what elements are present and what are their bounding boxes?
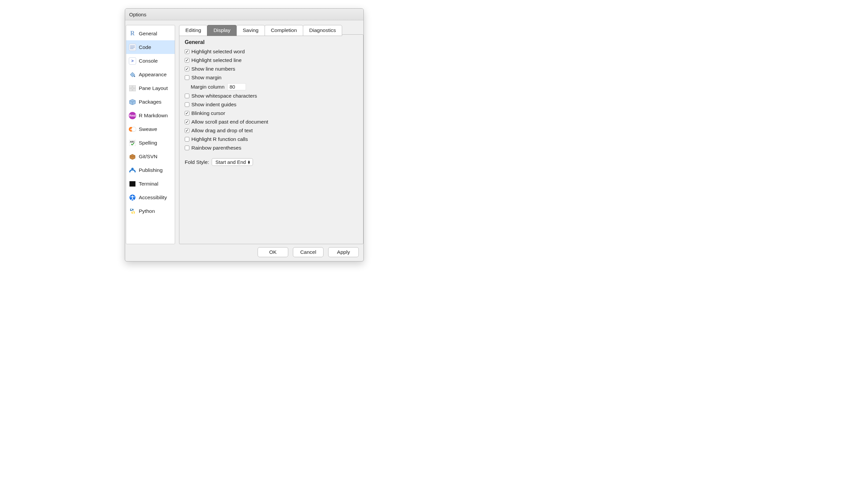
sidebar-item-terminal[interactable]: Terminal bbox=[126, 177, 175, 191]
sidebar-item-rmarkdown[interactable]: Rmd R Markdown bbox=[126, 109, 175, 122]
select-updown-icon: ▲▼ bbox=[247, 160, 251, 164]
checkbox-icon bbox=[185, 94, 189, 98]
paint-bucket-icon bbox=[129, 71, 136, 78]
sidebar-item-publishing[interactable]: Publishing bbox=[126, 163, 175, 177]
sidebar-item-label: Publishing bbox=[139, 167, 163, 173]
checkbox-row-highlight-selected-word[interactable]: Highlight selected word bbox=[185, 49, 358, 55]
checkbox-row-drag-drop-text[interactable]: Allow drag and drop of text bbox=[185, 127, 358, 134]
margin-column-row: Margin column 80 bbox=[191, 83, 358, 90]
svg-point-3 bbox=[134, 75, 135, 77]
tab-label: Completion bbox=[271, 27, 297, 33]
checkbox-row-highlight-selected-line[interactable]: Highlight selected line bbox=[185, 57, 358, 63]
pane-layout-icon bbox=[129, 85, 136, 92]
tab-diagnostics[interactable]: Diagnostics bbox=[303, 25, 342, 36]
dialog-body: R General Code > Console Appearance bbox=[125, 20, 364, 261]
checkbox-row-blinking-cursor[interactable]: Blinking cursor bbox=[185, 110, 358, 116]
sweave-icon: Rnw bbox=[129, 125, 136, 133]
fold-style-select[interactable]: Start and End ▲▼ bbox=[212, 158, 253, 166]
checkbox-label: Highlight R function calls bbox=[191, 136, 248, 142]
cancel-button[interactable]: Cancel bbox=[293, 247, 323, 257]
tab-completion[interactable]: Completion bbox=[265, 25, 303, 36]
button-label: Cancel bbox=[300, 249, 316, 255]
button-label: Apply bbox=[337, 249, 350, 255]
sidebar-item-accessibility[interactable]: Accessibility bbox=[126, 191, 175, 204]
sidebar-item-label: General bbox=[139, 31, 157, 37]
svg-rect-6 bbox=[129, 89, 132, 91]
checkbox-label: Show margin bbox=[191, 75, 221, 81]
section-title-general: General bbox=[185, 39, 358, 45]
checkbox-row-rainbow-parentheses[interactable]: Rainbow parentheses bbox=[185, 145, 358, 151]
sidebar-item-label: Accessibility bbox=[139, 195, 167, 201]
svg-rect-5 bbox=[133, 85, 136, 88]
fold-style-row: Fold Style: Start and End ▲▼ bbox=[185, 158, 358, 166]
publishing-icon bbox=[129, 167, 136, 174]
sidebar-item-python[interactable]: Python bbox=[126, 204, 175, 218]
sidebar-item-general[interactable]: R General bbox=[126, 27, 175, 40]
svg-rect-2 bbox=[130, 48, 133, 49]
sidebar-item-label: Console bbox=[139, 58, 158, 64]
checkbox-label: Show indent guides bbox=[191, 102, 236, 108]
sidebar-item-label: Pane Layout bbox=[139, 85, 168, 91]
python-icon bbox=[129, 207, 136, 215]
checkbox-row-show-margin[interactable]: Show margin bbox=[185, 75, 358, 81]
sidebar-item-label: Packages bbox=[139, 99, 161, 105]
sidebar-item-git-svn[interactable]: Git/SVN bbox=[126, 149, 175, 163]
sidebar-item-console[interactable]: > Console bbox=[126, 54, 175, 68]
ok-button[interactable]: OK bbox=[258, 247, 288, 257]
checkbox-row-highlight-r-function-calls[interactable]: Highlight R function calls bbox=[185, 136, 358, 142]
tab-label: Display bbox=[213, 27, 230, 33]
package-icon bbox=[129, 98, 136, 106]
r-logo-icon: R bbox=[129, 30, 136, 37]
checkbox-icon bbox=[185, 49, 189, 54]
tab-saving[interactable]: Saving bbox=[236, 25, 265, 36]
sidebar-item-label: Spelling bbox=[139, 140, 157, 146]
sidebar: R General Code > Console Appearance bbox=[126, 25, 175, 244]
rmarkdown-icon: Rmd bbox=[129, 112, 136, 119]
sidebar-item-appearance[interactable]: Appearance bbox=[126, 68, 175, 81]
svg-point-16 bbox=[132, 195, 133, 197]
sidebar-item-sweave[interactable]: Rnw Sweave bbox=[126, 122, 175, 136]
fold-style-value: Start and End bbox=[215, 159, 246, 165]
tab-editing[interactable]: Editing bbox=[179, 25, 207, 36]
sidebar-item-label: Code bbox=[139, 44, 151, 50]
sidebar-item-packages[interactable]: Packages bbox=[126, 95, 175, 109]
checkbox-icon bbox=[185, 137, 189, 142]
fold-style-label: Fold Style: bbox=[185, 159, 209, 165]
sidebar-item-spelling[interactable]: ABC Spelling bbox=[126, 136, 175, 149]
checkbox-label: Blinking cursor bbox=[191, 110, 225, 116]
checkbox-icon bbox=[185, 102, 189, 107]
checkbox-icon bbox=[185, 75, 189, 80]
git-box-icon bbox=[129, 153, 136, 160]
checkbox-row-scroll-past-end[interactable]: Allow scroll past end of document bbox=[185, 119, 358, 125]
svg-rect-1 bbox=[130, 47, 135, 48]
checkbox-icon bbox=[185, 146, 189, 150]
console-icon: > bbox=[129, 57, 136, 65]
checkbox-label: Highlight selected line bbox=[191, 57, 242, 63]
sidebar-item-code[interactable]: Code bbox=[126, 40, 175, 54]
button-label: OK bbox=[269, 249, 277, 255]
apply-button[interactable]: Apply bbox=[328, 247, 359, 257]
svg-text:ABC: ABC bbox=[130, 141, 135, 143]
checkbox-row-show-line-numbers[interactable]: Show line numbers bbox=[185, 66, 358, 72]
tab-label: Editing bbox=[185, 27, 201, 33]
tab-display[interactable]: Display bbox=[207, 25, 237, 36]
margin-column-input[interactable]: 80 bbox=[227, 83, 246, 90]
sidebar-item-label: Sweave bbox=[139, 126, 157, 132]
dialog-buttons: OK Cancel Apply bbox=[258, 247, 359, 257]
sidebar-item-pane-layout[interactable]: Pane Layout bbox=[126, 81, 175, 95]
tab-label: Diagnostics bbox=[309, 27, 336, 33]
svg-rect-14 bbox=[129, 181, 135, 186]
sidebar-item-label: R Markdown bbox=[139, 113, 168, 119]
checkbox-row-show-indent-guides[interactable]: Show indent guides bbox=[185, 102, 358, 108]
sidebar-item-label: Appearance bbox=[139, 71, 167, 78]
svg-rect-0 bbox=[130, 46, 135, 46]
tabbar: Editing Display Saving Completion Diagno… bbox=[179, 25, 342, 36]
accessibility-icon bbox=[129, 194, 136, 201]
spelling-icon: ABC bbox=[129, 139, 136, 147]
checkbox-row-show-whitespace[interactable]: Show whitespace characters bbox=[185, 93, 358, 99]
display-panel: General Highlight selected word Highligh… bbox=[179, 34, 364, 244]
svg-rect-7 bbox=[133, 89, 136, 91]
checkbox-label: Rainbow parentheses bbox=[191, 145, 241, 151]
svg-text:Rnw: Rnw bbox=[130, 128, 134, 131]
sidebar-item-label: Terminal bbox=[139, 181, 158, 187]
